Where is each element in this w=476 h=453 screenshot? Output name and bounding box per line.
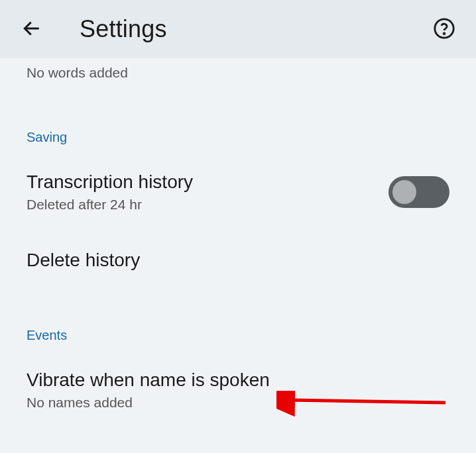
transcription-history-title: Transcription history [27,172,388,193]
transcription-history-toggle[interactable] [388,176,449,208]
help-icon [433,17,455,42]
toggle-knob [392,180,416,204]
vibrate-name-title: Vibrate when name is spoken [27,370,449,391]
vibrate-name-sub: No names added [27,395,449,411]
settings-content: No words added Saving Transcription hist… [0,58,476,417]
section-events: Events [0,281,476,352]
delete-history-row[interactable]: Delete history [0,219,476,281]
transcription-history-sub: Deleted after 24 hr [27,197,388,213]
no-words-subtitle: No words added [0,58,476,83]
page-title: Settings [80,15,167,43]
delete-history-title: Delete history [27,250,449,271]
vibrate-name-row[interactable]: Vibrate when name is spoken No names add… [0,352,476,417]
help-button[interactable] [431,16,457,42]
transcription-history-row[interactable]: Transcription history Deleted after 24 h… [0,154,476,219]
section-saving: Saving [0,83,476,154]
back-button[interactable] [19,16,45,42]
delete-history-text: Delete history [27,250,449,275]
vibrate-name-text: Vibrate when name is spoken No names add… [27,370,449,411]
back-arrow-icon [21,18,42,41]
app-header: Settings [0,0,476,58]
transcription-history-text: Transcription history Deleted after 24 h… [27,172,388,213]
svg-point-2 [444,32,445,34]
